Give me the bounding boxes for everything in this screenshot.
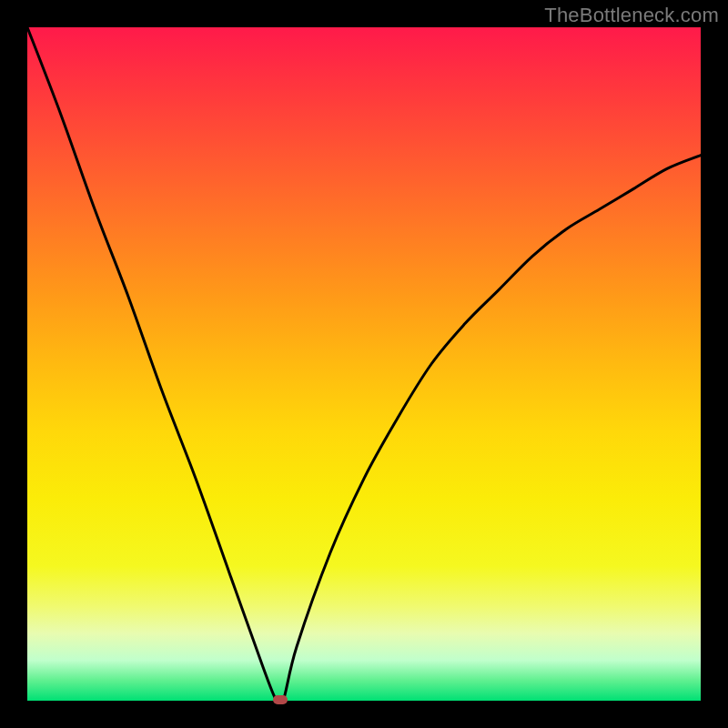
watermark-text: TheBottleneck.com	[544, 4, 719, 27]
chart-frame: TheBottleneck.com	[0, 0, 728, 728]
minimum-marker	[273, 695, 288, 704]
plot-area	[27, 27, 701, 701]
curve-path	[27, 27, 701, 701]
bottleneck-curve	[27, 27, 701, 701]
